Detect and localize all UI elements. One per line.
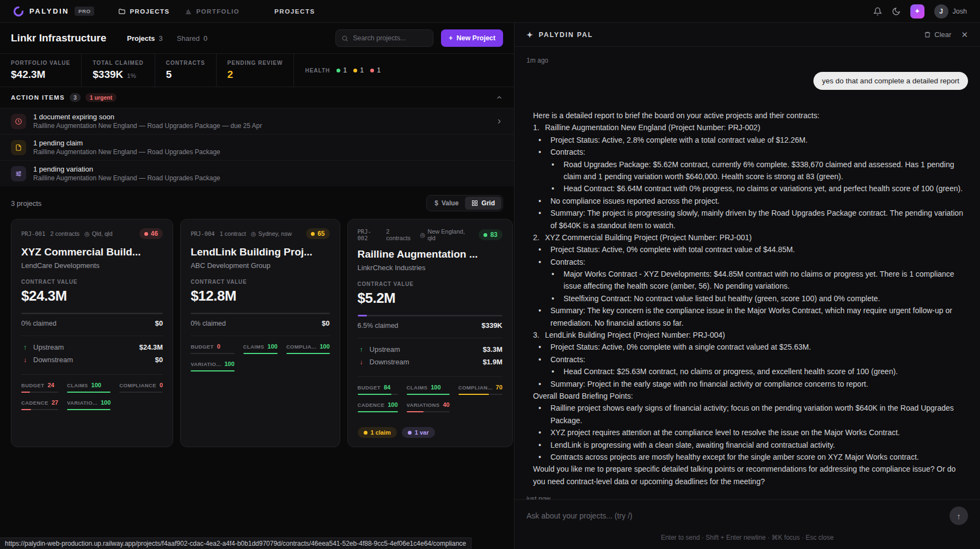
project-card[interactable]: PRJ-0012 contracts◎Qld, qld46XYZ Commerc… xyxy=(11,219,173,447)
message-timestamp: just now xyxy=(526,495,968,499)
flow-value: $3.3M xyxy=(483,345,503,353)
metric-bar xyxy=(67,392,111,393)
metric-cadence: CADENCE27 xyxy=(21,399,58,410)
metric-bar-fill xyxy=(458,394,489,395)
user-name: Josh xyxy=(953,8,967,15)
project-company: LendCare Developments xyxy=(21,261,163,270)
nav-projects[interactable]: PROJECTS xyxy=(118,8,169,15)
ai-assistant-button[interactable]: ✦ xyxy=(910,4,924,19)
tab-projects[interactable]: Projects 3 xyxy=(127,34,163,42)
project-code: PRJ-004 xyxy=(191,230,215,237)
metric-budget: BUDGET0 xyxy=(191,343,234,354)
metric-bar-fill xyxy=(21,392,30,393)
plan-badge: PRO xyxy=(75,7,94,16)
metric-bar xyxy=(286,353,330,354)
assistant-line-text: Railline Augmentation New England (Proje… xyxy=(545,121,968,133)
metric-label: VARIATIONS xyxy=(407,402,440,408)
trash-icon xyxy=(924,31,931,38)
metric-label: VARIATIO... xyxy=(191,361,221,367)
flow-label: Downstream xyxy=(370,358,409,366)
metric-complia: COMPLIA...100 xyxy=(286,343,330,354)
value-view-button[interactable]: $ Value xyxy=(428,197,465,210)
contract-value-label: CONTRACT VALUE xyxy=(358,281,503,287)
portfolio-stats-bar: PORTFOLIO VALUE $42.3M TOTAL CLAIMED $33… xyxy=(0,53,514,87)
chat-title: ✦ PALYDIN PAL xyxy=(526,30,593,39)
assistant-line-text: Major Works Contract - XYZ Developments:… xyxy=(564,268,968,292)
palydin-logo-icon xyxy=(13,6,24,17)
search-input[interactable] xyxy=(353,34,427,42)
metric-label: COMPLIA... xyxy=(286,344,317,350)
theme-moon-icon[interactable] xyxy=(892,7,901,16)
clear-chat-button[interactable]: Clear xyxy=(924,30,951,39)
assistant-bullet: •Head Contract: $6.64M contract with 0% … xyxy=(533,182,968,194)
flow-label: Downstream xyxy=(33,356,73,364)
metric-label: BUDGET xyxy=(21,382,44,388)
action-item-pending-claim[interactable]: 1 pending claim Railline Augmentation Ne… xyxy=(0,134,514,160)
sparkle-icon: ✦ xyxy=(526,30,534,39)
metric-compliance: COMPLIANCE0 xyxy=(119,382,163,393)
assistant-line-text: Summary: The project is progressing slow… xyxy=(550,207,968,231)
arrow-down-icon: ↓ xyxy=(21,356,29,364)
action-item-pending-variation[interactable]: 1 pending variation Railline Augmentatio… xyxy=(0,160,514,186)
project-count-label: 3 projects xyxy=(11,199,41,208)
assistant-paragraph: Would you like me to prepare specific de… xyxy=(533,463,968,487)
stat-total-claimed: TOTAL CLAIMED $339K1% xyxy=(82,54,155,87)
flow-value: $24.3M xyxy=(139,343,163,351)
action-item-expiring-document[interactable]: 1 document expiring soon Railline Augmen… xyxy=(0,108,514,134)
metric-value: 0 xyxy=(160,382,163,388)
metric-label: CADENCE xyxy=(358,402,385,408)
metric-bar-fill xyxy=(21,409,31,410)
assistant-bullet: •Road Upgrades Package: $5.62M contract,… xyxy=(533,158,968,183)
action-items-header[interactable]: ACTION ITEMS 3 1 urgent xyxy=(0,87,514,108)
assistant-bullet: •Project Status: Active, 0% complete wit… xyxy=(533,243,968,255)
project-company: ABC Development Group xyxy=(191,261,329,270)
project-code: PRJ-002 xyxy=(358,228,382,241)
health-score-badge: 83 xyxy=(479,229,502,240)
health-score-badge: 46 xyxy=(139,228,163,239)
red-dot-icon xyxy=(370,69,374,72)
metric-cadence: CADENCE100 xyxy=(358,401,398,412)
app-root: PALYDIN PRO PROJECTS PORTFOLIO PROJECTS … xyxy=(0,0,980,549)
tab-shared[interactable]: Shared 0 xyxy=(177,34,207,42)
location-icon: ◎ xyxy=(84,230,90,237)
metric-bar xyxy=(407,394,450,395)
nav-portfolio[interactable]: PORTFOLIO xyxy=(185,8,240,15)
assistant-numbered-item: 3.LendLink Building Project (Project Num… xyxy=(533,329,968,341)
assistant-line-text: Would you like me to prepare specific de… xyxy=(533,463,968,487)
user-menu[interactable]: J Josh xyxy=(934,4,967,19)
notifications-bell-icon[interactable] xyxy=(873,7,882,16)
project-location: ◎New England, qld xyxy=(420,228,474,241)
send-button[interactable]: ↑ xyxy=(950,507,968,525)
assistant-line-text: Project Status: Active, 0% complete with… xyxy=(550,341,968,353)
metric-value: 24 xyxy=(47,382,54,388)
amber-dot-icon xyxy=(353,69,357,72)
close-chat-icon[interactable]: ✕ xyxy=(961,30,968,40)
stat-portfolio-value: PORTFOLIO VALUE $42.3M xyxy=(0,54,82,87)
chevron-up-icon xyxy=(495,94,503,101)
contract-value: $5.2M xyxy=(358,290,503,307)
message-timestamp: 1m ago xyxy=(526,57,968,64)
metric-bar-fill xyxy=(243,353,278,354)
projects-toolbar: 3 projects $ Value Grid xyxy=(0,186,514,219)
claimed-row: 0% claimed$0 xyxy=(21,319,163,327)
assistant-bullet: •Major Works Contract - XYZ Developments… xyxy=(533,268,968,292)
assistant-numbered-item: 2.XYZ Commercial Building Project (Proje… xyxy=(533,231,968,243)
flow-downstream: ↓Downstream$1.9M xyxy=(358,356,503,368)
location-text: New England, qld xyxy=(427,228,474,241)
metric-label: COMPLIAN... xyxy=(458,385,493,391)
metric-bar xyxy=(21,409,58,410)
assistant-line-text: Contracts: xyxy=(550,256,968,268)
chat-input[interactable] xyxy=(526,511,943,520)
project-card[interactable]: PRJ-0022 contracts◎New England, qld83Rai… xyxy=(347,219,513,447)
metric-bar xyxy=(358,394,398,395)
new-project-button[interactable]: + New Project xyxy=(441,29,503,47)
location-icon: ◎ xyxy=(420,231,426,239)
metric-bar xyxy=(407,411,450,412)
metric-label: CLAIMS xyxy=(243,344,265,350)
project-card[interactable]: PRJ-0041 contract◎Sydney, nsw65LendLink … xyxy=(180,219,340,447)
health-dot-icon xyxy=(311,232,315,236)
assistant-bullet: •Contracts across projects are mostly he… xyxy=(533,451,968,463)
project-card-header: PRJ-0022 contracts◎New England, qld83 xyxy=(358,228,503,241)
grid-view-button[interactable]: Grid xyxy=(465,197,501,210)
assistant-line-text: Here is a detailed report to brief the b… xyxy=(533,109,968,121)
